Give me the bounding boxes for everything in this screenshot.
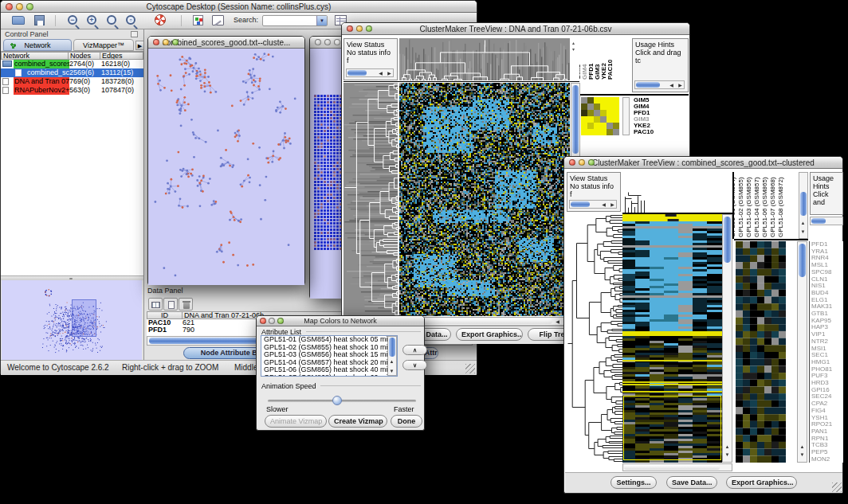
zoom-window-icon[interactable] bbox=[277, 318, 284, 324]
matrix-cell[interactable] bbox=[613, 116, 619, 123]
minimize-icon[interactable] bbox=[163, 39, 169, 45]
matrix-row-labels[interactable]: GIM5GIM4PFD1GIM3YKE2PAC10 bbox=[634, 97, 686, 135]
minimize-icon[interactable] bbox=[16, 3, 23, 10]
column-label[interactable]: GPL51-02 (GSM855) bbox=[738, 177, 744, 237]
network-row[interactable]: RNAPuberNov2+563(0)107847(0) bbox=[1, 86, 143, 95]
heatmap-canvas[interactable] bbox=[399, 83, 570, 316]
column-dendrogram-canvas[interactable] bbox=[399, 38, 570, 80]
matrix-cell[interactable] bbox=[581, 116, 587, 123]
scroll-up-icon[interactable]: ▲ bbox=[799, 444, 806, 450]
attribute-list[interactable]: GPL51-01 (GSM854) heat shock 05 minGPL51… bbox=[261, 335, 398, 377]
zoom-window-icon[interactable] bbox=[172, 39, 179, 45]
matrix-cell[interactable] bbox=[581, 97, 587, 104]
column-label[interactable]: GPL51-01 (GSM854) bbox=[734, 177, 736, 237]
treeview-button[interactable]: Export Graphics... bbox=[456, 328, 523, 341]
matrix-cell[interactable] bbox=[581, 110, 587, 116]
close-icon[interactable] bbox=[315, 39, 321, 45]
network-row[interactable]: combined_sco2569(6)13112(15) bbox=[1, 68, 143, 77]
scroll-left-icon[interactable]: ◀ bbox=[600, 202, 607, 208]
minimize-icon[interactable] bbox=[356, 25, 363, 32]
scroll-left-icon[interactable]: ◀ bbox=[554, 319, 561, 325]
matrix-cell[interactable] bbox=[594, 129, 600, 135]
scroll-thumb[interactable] bbox=[389, 338, 395, 357]
network-editor-icon[interactable] bbox=[212, 15, 224, 25]
scroll-thumb[interactable] bbox=[571, 201, 590, 207]
zoom-window-icon[interactable] bbox=[26, 3, 33, 10]
heatmap-canvas[interactable] bbox=[622, 214, 722, 463]
scroll-up-icon[interactable]: ▲ bbox=[799, 221, 807, 226]
matrix-cell[interactable] bbox=[613, 123, 619, 129]
matrix-cell[interactable] bbox=[613, 104, 619, 110]
heatmap-vscrollbar[interactable]: ▲ ▼ bbox=[722, 214, 732, 463]
usage-hints-hscrollbar[interactable]: ◀▶ bbox=[634, 80, 685, 89]
zoom-fit-icon[interactable] bbox=[107, 15, 116, 25]
matrix-cell[interactable] bbox=[600, 97, 607, 104]
scroll-down-icon[interactable]: ▼ bbox=[724, 452, 731, 458]
matrix-row-label[interactable]: PAC10 bbox=[634, 129, 686, 135]
tab-network[interactable]: Network bbox=[3, 39, 72, 51]
network-view-canvas[interactable] bbox=[148, 49, 304, 285]
matrix-cell[interactable] bbox=[607, 123, 613, 129]
zoom-out-icon[interactable]: − bbox=[68, 15, 77, 25]
matrix-cell[interactable] bbox=[594, 110, 600, 116]
matrix-cell[interactable] bbox=[607, 129, 613, 135]
scroll-thumb[interactable] bbox=[347, 70, 367, 76]
scroll-up-icon[interactable]: ▲ bbox=[724, 444, 731, 450]
resize-grip[interactable] bbox=[465, 364, 475, 373]
scroll-left-icon[interactable]: ◀ bbox=[668, 83, 675, 88]
scroll-thumb[interactable] bbox=[811, 218, 826, 224]
col-header-network[interactable]: Network bbox=[1, 52, 69, 60]
matrix-cell[interactable] bbox=[587, 123, 594, 129]
col-header-edges[interactable]: Edges bbox=[100, 52, 143, 60]
attribute-list-item[interactable]: GPL51-07 (GSM868) heat shock 60 min bbox=[264, 374, 397, 377]
zoom-heatmap-canvas[interactable] bbox=[736, 241, 786, 463]
column-label[interactable]: GPL51-06 (GSM865) bbox=[762, 177, 768, 237]
main-titlebar[interactable]: Cytoscape Desktop (Session Name: collins… bbox=[1, 1, 477, 13]
gene-list-vscrollbar[interactable]: ▲ ▼ bbox=[797, 241, 807, 463]
zoom-in-icon[interactable]: + bbox=[87, 15, 96, 25]
column-label[interactable]: GPL51-03 (GSM856) bbox=[746, 177, 752, 237]
scroll-thumb[interactable] bbox=[800, 192, 807, 216]
heatmap-hscrollbar[interactable]: ◀▶ bbox=[399, 317, 570, 326]
search-dropdown-icon[interactable]: ▼ bbox=[316, 16, 327, 25]
view-status-hscrollbar[interactable]: ◀▶ bbox=[346, 68, 394, 77]
scroll-thumb[interactable] bbox=[572, 85, 579, 154]
matrix-cell[interactable] bbox=[581, 129, 587, 135]
matrix-cell[interactable] bbox=[594, 97, 600, 104]
matrix-cell[interactable] bbox=[607, 97, 613, 104]
correlation-matrix[interactable] bbox=[581, 97, 619, 135]
scroll-thumb[interactable] bbox=[799, 244, 806, 277]
usage-hints-hscrollbar[interactable] bbox=[810, 217, 843, 225]
gene-label[interactable]: MON2 bbox=[811, 456, 843, 463]
zoom-selected-icon[interactable]: ▫ bbox=[126, 15, 135, 25]
help-lifebuoy-icon[interactable] bbox=[155, 14, 166, 25]
column-label[interactable]: GPL51-07 (GSM868) bbox=[770, 177, 776, 237]
column-label[interactable]: GPL51-04 (GSM857) bbox=[754, 177, 760, 237]
minimize-icon[interactable] bbox=[269, 318, 275, 324]
matrix-cell[interactable] bbox=[607, 110, 613, 116]
move-down-button[interactable]: ∨ bbox=[402, 360, 427, 370]
network-overview-canvas[interactable] bbox=[2, 280, 142, 360]
tab-vizmapper[interactable]: VizMapper™ bbox=[73, 39, 134, 51]
matrix-cell[interactable] bbox=[613, 97, 619, 104]
close-icon[interactable] bbox=[6, 3, 13, 10]
dialog-button[interactable]: Animate Vizmap bbox=[265, 415, 327, 428]
resize-grip[interactable] bbox=[832, 483, 842, 492]
matrix-cell[interactable] bbox=[594, 104, 600, 110]
matrix-vscrollbar[interactable] bbox=[622, 97, 630, 135]
close-icon[interactable] bbox=[153, 39, 159, 45]
save-icon[interactable] bbox=[34, 15, 45, 25]
close-icon[interactable] bbox=[569, 159, 575, 166]
dialog-button[interactable]: Done bbox=[391, 415, 422, 428]
network-row[interactable]: combined_scores2764(0)16218(0) bbox=[1, 60, 143, 68]
column-label[interactable]: GPL51-08 (GSM872) bbox=[778, 177, 784, 237]
attribute-list-vscrollbar[interactable]: ▲ ▼ bbox=[387, 336, 397, 376]
matrix-cell[interactable] bbox=[587, 104, 594, 110]
scroll-up-icon[interactable]: ▲ bbox=[388, 359, 395, 365]
matrix-cell[interactable] bbox=[600, 123, 607, 129]
scroll-down-icon[interactable]: ▼ bbox=[799, 229, 807, 235]
treeview-bottom-titlebar[interactable]: ClusterMaker TreeView : combined_scores_… bbox=[564, 157, 842, 169]
view-status-hscrollbar[interactable]: ◀▶ bbox=[569, 200, 617, 209]
move-up-button[interactable]: ∧ bbox=[402, 345, 427, 355]
close-icon[interactable] bbox=[347, 25, 353, 32]
